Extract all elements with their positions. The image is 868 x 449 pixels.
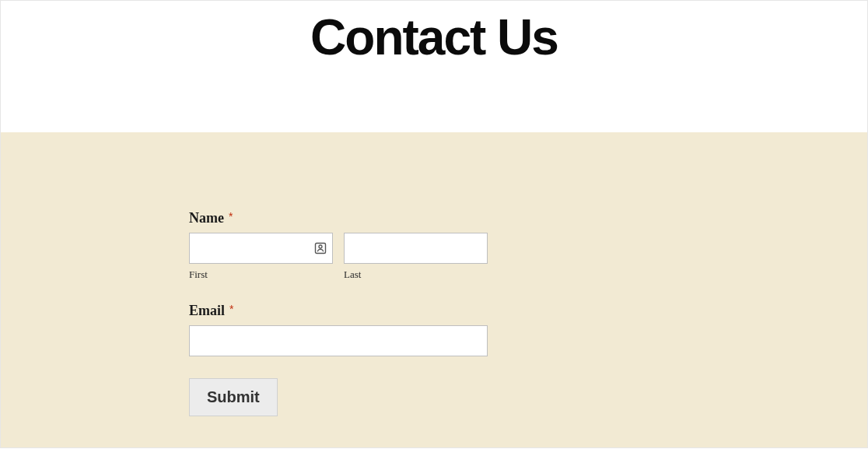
email-input[interactable]	[189, 325, 488, 356]
required-marker-icon: *	[229, 210, 233, 223]
submit-button[interactable]: Submit	[189, 378, 278, 416]
email-label: Email	[189, 303, 225, 319]
first-name-sublabel: First	[189, 268, 333, 281]
required-marker-icon: *	[229, 303, 233, 315]
header: Contact Us	[1, 1, 867, 132]
page: Contact Us Name *	[0, 0, 868, 448]
first-name-input[interactable]	[189, 233, 333, 264]
email-field-group: Email *	[189, 303, 679, 356]
page-title: Contact Us	[1, 9, 867, 66]
form-section: Name *	[1, 132, 867, 447]
last-name-sublabel: Last	[344, 268, 488, 281]
contact-form: Name *	[189, 210, 679, 416]
last-name-input[interactable]	[344, 233, 488, 264]
name-field-group: Name *	[189, 210, 679, 281]
name-label: Name	[189, 210, 224, 226]
